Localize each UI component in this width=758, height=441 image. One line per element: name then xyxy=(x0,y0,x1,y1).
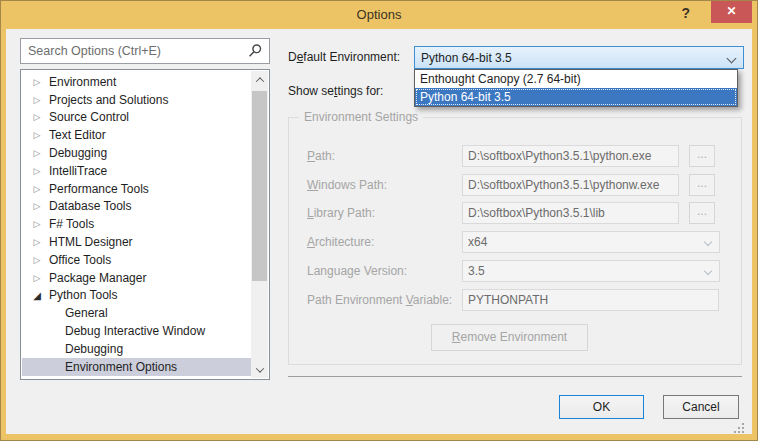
tree-item-package-manager[interactable]: ▷ Package Manager xyxy=(22,269,251,287)
tree-item-office-tools[interactable]: ▷ Office Tools xyxy=(22,251,251,269)
scroll-up-icon[interactable] xyxy=(251,71,268,88)
default-environment-label: Default Environment: xyxy=(288,50,400,64)
search-icon xyxy=(247,43,263,59)
tree-rows: ▷ Environment ▷ Projects and Solutions ▷… xyxy=(22,71,251,378)
language-version-combobox[interactable]: 3.5 xyxy=(462,260,720,282)
expander-icon[interactable]: ▷ xyxy=(32,77,42,87)
remove-environment-button[interactable]: Remove Environment xyxy=(431,324,588,351)
expander-icon[interactable]: ▷ xyxy=(32,95,42,105)
default-environment-combobox[interactable]: Python 64-bit 3.5 xyxy=(414,46,744,69)
expander-icon[interactable]: ◢ xyxy=(32,290,42,301)
path-environment-variable-field[interactable]: PYTHONPATH xyxy=(462,289,719,311)
environment-settings-group: Environment Settings Path: D:\softbox\Py… xyxy=(288,117,742,365)
tree-item-intellitrace[interactable]: ▷ IntelliTrace xyxy=(22,162,251,180)
dialog-content: ▷ Environment ▷ Projects and Solutions ▷… xyxy=(6,29,752,434)
tree-item-performance-tools[interactable]: ▷ Performance Tools xyxy=(22,180,251,198)
tree-item-environment[interactable]: ▷ Environment xyxy=(22,73,251,91)
tree-item-database-tools[interactable]: ▷ Database Tools xyxy=(22,198,251,216)
library-path-field[interactable]: D:\softbox\Python3.5.1\lib xyxy=(462,202,679,224)
expander-icon[interactable]: ▷ xyxy=(32,184,42,194)
expander-icon[interactable]: ▷ xyxy=(32,219,42,229)
expander-icon[interactable]: ▷ xyxy=(32,237,42,247)
environment-dropdown-list: Enthought Canopy (2.7 64-bit)Python 64-b… xyxy=(414,69,738,107)
title-bar[interactable]: Options ? ✕ xyxy=(1,1,757,29)
search-box[interactable] xyxy=(20,38,270,64)
tree-item-html-designer[interactable]: ▷ HTML Designer xyxy=(22,233,251,251)
search-input[interactable] xyxy=(21,44,247,58)
tree-item-general[interactable]: General xyxy=(22,304,251,322)
tree-item-debug-interactive-window[interactable]: Debug Interactive Window xyxy=(22,322,251,340)
bottom-separator xyxy=(288,376,742,377)
expander-icon[interactable]: ▷ xyxy=(32,273,42,283)
tree-item-projects-and-solutions[interactable]: ▷ Projects and Solutions xyxy=(22,91,251,109)
tree-scrollbar[interactable] xyxy=(251,71,268,378)
windows-path-field[interactable]: D:\softbox\Python3.5.1\pythonw.exe xyxy=(462,174,679,196)
options-dialog: Options ? ✕ ▷ Environment ▷ Projects and… xyxy=(0,0,758,441)
tree-item-f-tools[interactable]: ▷ F# Tools xyxy=(22,215,251,233)
combobox-value: Python 64-bit 3.5 xyxy=(421,51,512,65)
path-environment-variable-label: Path Environment Variable: xyxy=(307,293,452,307)
scroll-down-icon[interactable] xyxy=(251,361,268,378)
chevron-down-icon xyxy=(704,238,712,246)
expander-icon[interactable]: ▷ xyxy=(32,201,42,211)
resize-grip[interactable] xyxy=(742,423,744,425)
expander-icon[interactable]: ▷ xyxy=(32,130,42,140)
ok-button[interactable]: OK xyxy=(559,395,644,419)
language-version-label: Language Version: xyxy=(307,264,407,278)
options-tree: ▷ Environment ▷ Projects and Solutions ▷… xyxy=(20,69,270,380)
tree-item-interactive-windows[interactable]: Interactive Windows xyxy=(22,376,251,378)
architecture-label: Architecture: xyxy=(307,235,374,249)
expander-icon[interactable]: ▷ xyxy=(32,112,42,122)
dropdown-option-enthought-canopy-2-7-64-bit[interactable]: Enthought Canopy (2.7 64-bit) xyxy=(415,70,737,88)
library-path-browse-button[interactable]: ... xyxy=(689,202,715,224)
path-field[interactable]: D:\softbox\Python3.5.1\python.exe xyxy=(462,145,679,167)
group-label: Environment Settings xyxy=(299,110,423,124)
scrollbar-thumb[interactable] xyxy=(252,91,267,281)
path-browse-button[interactable]: ... xyxy=(689,145,715,167)
chevron-down-icon xyxy=(727,54,737,64)
tree-item-python-tools[interactable]: ◢ Python Tools xyxy=(22,287,251,305)
window-title: Options xyxy=(1,7,757,22)
tree-item-text-editor[interactable]: ▷ Text Editor xyxy=(22,126,251,144)
tree-item-source-control[interactable]: ▷ Source Control xyxy=(22,109,251,127)
close-button[interactable]: ✕ xyxy=(711,1,752,23)
help-button[interactable]: ? xyxy=(677,5,694,21)
windows-path-browse-button[interactable]: ... xyxy=(689,174,715,196)
path-label: Path: xyxy=(307,149,335,163)
architecture-combobox[interactable]: x64 xyxy=(462,231,720,253)
expander-icon[interactable]: ▷ xyxy=(32,148,42,158)
windows-path-label: Windows Path: xyxy=(307,178,387,192)
tree-item-debugging[interactable]: Debugging xyxy=(22,340,251,358)
expander-icon[interactable]: ▷ xyxy=(32,166,42,176)
library-path-label: Library Path: xyxy=(307,206,375,220)
show-settings-for-label: Show settings for: xyxy=(288,84,383,98)
cancel-button[interactable]: Cancel xyxy=(663,395,739,419)
dropdown-option-python-64-bit-3-5[interactable]: Python 64-bit 3.5 xyxy=(415,88,737,106)
chevron-down-icon xyxy=(704,267,712,275)
tree-item-debugging[interactable]: ▷ Debugging xyxy=(22,144,251,162)
tree-item-environment-options[interactable]: Environment Options xyxy=(22,358,251,376)
expander-icon[interactable]: ▷ xyxy=(32,255,42,265)
